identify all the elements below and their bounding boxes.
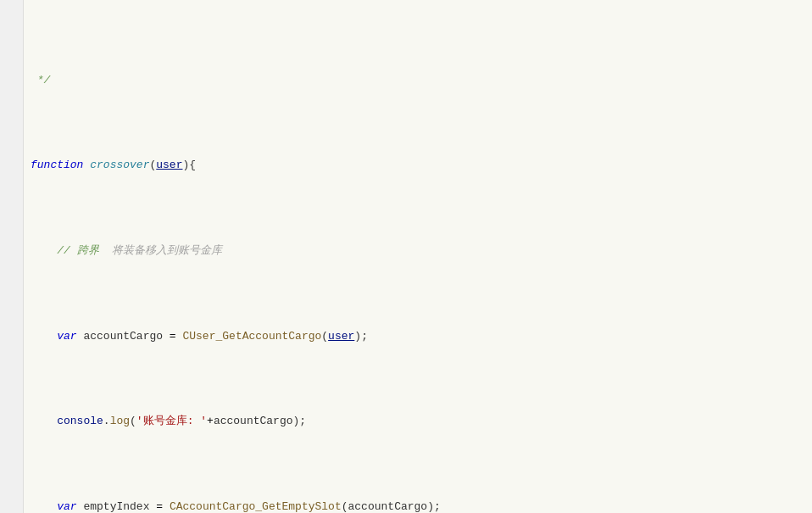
line-num xyxy=(14,311,23,328)
code-line: var emptyIndex = CAccountCargo_GetEmptyS… xyxy=(31,499,812,513)
line-num xyxy=(14,20,23,37)
line-num xyxy=(14,140,23,157)
line-num xyxy=(14,379,23,396)
line-num xyxy=(14,259,23,276)
code-editor: */ function crossover(user){ // 跨界 将装备移入… xyxy=(0,0,812,513)
line-num xyxy=(14,396,23,413)
line-num xyxy=(14,192,23,209)
line-num xyxy=(14,482,23,499)
line-num xyxy=(14,37,23,54)
line-num xyxy=(14,174,23,191)
line-num xyxy=(14,89,23,106)
line-num xyxy=(14,448,23,465)
line-num xyxy=(14,413,23,430)
line-num xyxy=(14,3,23,20)
line-num xyxy=(14,328,23,345)
line-num xyxy=(14,362,23,379)
code-line: var accountCargo = CUser_GetAccountCargo… xyxy=(31,328,812,345)
line-num xyxy=(14,72,23,89)
code-line: console.log('账号金库: '+accountCargo); xyxy=(31,413,812,430)
line-num xyxy=(14,499,23,513)
line-numbers xyxy=(0,0,24,513)
line-num xyxy=(14,157,23,174)
line-num xyxy=(14,226,23,243)
line-num xyxy=(14,106,23,123)
line-num xyxy=(14,431,23,448)
line-num xyxy=(14,276,23,293)
line-num xyxy=(14,465,23,482)
line-num xyxy=(14,209,23,226)
code-content[interactable]: */ function crossover(user){ // 跨界 将装备移入… xyxy=(24,0,812,513)
line-num xyxy=(14,123,23,140)
line-num xyxy=(14,293,23,310)
line-num xyxy=(14,54,23,71)
code-line: function crossover(user){ xyxy=(31,157,812,174)
code-line: // 跨界 将装备移入到账号金库 xyxy=(31,243,812,259)
code-line: */ xyxy=(31,72,812,89)
line-num xyxy=(14,243,23,259)
line-num xyxy=(14,345,23,362)
